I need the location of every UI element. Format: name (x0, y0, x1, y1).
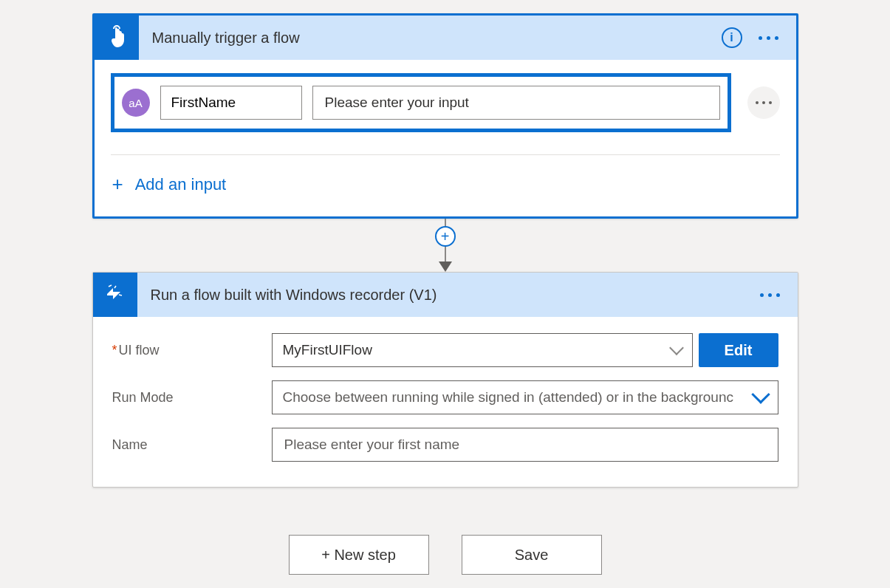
info-icon[interactable]: i (722, 27, 742, 48)
trigger-card: Manually trigger a flow i aA (92, 13, 798, 219)
uiflow-label: *UI flow (112, 343, 272, 358)
svg-line-0 (109, 285, 112, 287)
chevron-down-icon (671, 347, 682, 353)
uiflow-row: *UI flow MyFirstUIFlow Edit (112, 333, 778, 367)
svg-line-1 (114, 286, 116, 288)
uiflow-value: MyFirstUIFlow (283, 342, 372, 358)
arrow-down-icon (439, 261, 452, 272)
action-header[interactable]: Run a flow built with Windows recorder (… (93, 273, 798, 317)
runmode-row: Run Mode Choose between running while si… (112, 380, 778, 414)
action-more-icon[interactable] (757, 289, 783, 301)
trigger-header[interactable]: Manually trigger a flow i (95, 16, 796, 60)
runmode-select[interactable]: Choose between running while signed in (… (272, 380, 778, 414)
text-type-icon: aA (122, 89, 150, 117)
save-button[interactable]: Save (462, 535, 602, 575)
runmode-placeholder: Choose between running while signed in (… (283, 389, 734, 406)
name-input[interactable] (283, 428, 767, 461)
action-body: *UI flow MyFirstUIFlow Edit Run Mode Cho… (93, 317, 798, 487)
plus-icon: + (112, 173, 123, 196)
input-row-highlight: aA (111, 73, 731, 132)
trigger-body: aA + Add an input (95, 60, 796, 216)
trigger-title: Manually trigger a flow (139, 30, 722, 47)
ui-flow-icon (93, 273, 137, 317)
trigger-more-icon[interactable] (756, 32, 781, 44)
chevron-down-icon (754, 394, 767, 401)
uiflow-select[interactable]: MyFirstUIFlow (272, 333, 693, 367)
name-row: Name (112, 428, 778, 462)
connector: + (92, 219, 798, 272)
input-description-field[interactable] (312, 86, 720, 120)
edit-button[interactable]: Edit (699, 333, 778, 367)
action-card: Run a flow built with Windows recorder (… (92, 272, 798, 488)
manual-trigger-icon (95, 16, 139, 60)
input-name-field[interactable] (160, 86, 302, 120)
divider (111, 154, 780, 155)
flow-canvas: Manually trigger a flow i aA (0, 0, 890, 588)
add-input-button[interactable]: + Add an input (111, 168, 228, 200)
input-row-more-icon[interactable] (747, 86, 780, 119)
runmode-label: Run Mode (112, 390, 272, 406)
new-step-button[interactable]: + New step (289, 535, 429, 575)
svg-line-2 (119, 295, 122, 295)
name-label: Name (112, 437, 272, 453)
add-step-inline-icon[interactable]: + (435, 226, 456, 247)
add-input-label: Add an input (135, 175, 227, 194)
name-input-wrap (272, 428, 778, 462)
footer-buttons: + New step Save (0, 535, 890, 575)
action-title: Run a flow built with Windows recorder (… (137, 287, 757, 304)
